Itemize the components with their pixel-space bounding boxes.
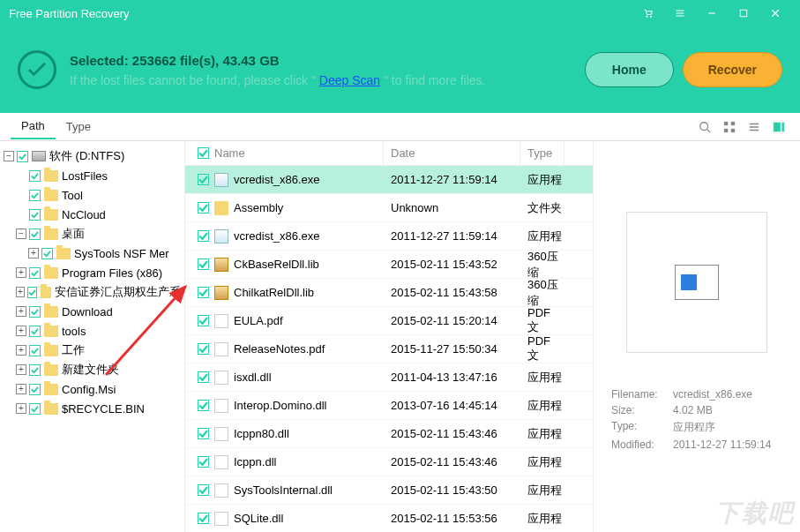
svg-rect-5 [731,121,735,124]
dll-icon [214,455,228,469]
tree-toggle-icon[interactable]: + [16,364,26,375]
table-row[interactable]: ChilkatRelDll.lib2015-02-11 15:43:58360压… [185,279,593,307]
table-row[interactable]: CkBaseRelDll.lib2015-02-11 15:43:52360压缩 [185,251,593,279]
maximize-icon[interactable] [728,0,759,26]
tree-toggle-icon[interactable]: + [16,287,25,297]
dll-icon [214,427,228,441]
row-checkbox[interactable] [198,513,209,524]
file-type: 应用程 [520,483,564,498]
tree-checkbox[interactable] [41,248,53,259]
table-row[interactable]: EULA.pdf2015-02-11 15:20:14PDF 文 [185,307,593,335]
file-list-header: Name Date Type [185,141,593,166]
tree-checkbox[interactable] [17,151,28,162]
table-row[interactable]: isxdl.dll2011-04-13 13:47:16应用程 [185,363,593,392]
row-checkbox[interactable] [198,315,209,326]
table-row[interactable]: SysToolsInternal.dll2015-02-11 15:43:50应… [185,476,593,505]
tree-item[interactable]: +安信证券汇点期权生产系 [4,282,181,302]
tree-checkbox[interactable] [29,229,41,240]
table-row[interactable]: Interop.Domino.dll2013-07-16 14:45:14应用程 [185,392,593,420]
tree-item[interactable]: LostFiles [4,166,181,185]
folder-icon [44,384,58,395]
tree-checkbox[interactable] [29,267,41,279]
file-name: isxdl.dll [234,371,272,384]
table-row[interactable]: ReleaseNotes.pdf2015-11-27 15:50:34PDF 文 [185,335,593,363]
row-checkbox[interactable] [198,259,209,270]
col-type-header[interactable]: Type [527,146,552,160]
tree-checkbox[interactable] [29,190,41,201]
minimize-icon[interactable] [696,0,728,26]
tree-item[interactable]: +$RECYCLE.BIN [4,399,181,418]
detail-view-icon[interactable] [768,116,789,138]
file-type: 应用程 [520,172,564,188]
tree-toggle-icon[interactable]: + [16,267,26,278]
tree-toggle-icon[interactable]: + [16,403,26,414]
tree-checkbox[interactable] [29,306,41,318]
row-checkbox[interactable] [198,230,209,242]
tree-item[interactable]: +SysTools NSF Mer [4,244,181,263]
file-type: PDF 文 [520,306,564,335]
row-checkbox[interactable] [198,484,209,496]
tree-checkbox[interactable] [27,287,37,298]
tab-path[interactable]: Path [11,114,56,139]
row-checkbox[interactable] [198,456,209,468]
recover-button[interactable]: Recover [683,52,782,87]
tree-toggle-icon[interactable]: + [16,326,26,336]
tree-item[interactable]: +工作 [4,341,181,360]
tree-toggle-icon[interactable]: + [28,248,39,259]
row-checkbox[interactable] [198,202,209,214]
table-row[interactable]: vcredist_x86.exe2011-12-27 11:59:14应用程 [185,166,593,194]
table-row[interactable]: SQLite.dll2015-02-11 15:53:56应用程 [185,505,593,532]
tree-item[interactable]: +Download [4,302,181,321]
tree-item[interactable]: +tools [4,321,181,341]
header: Selected: 253662 file(s), 43.43 GB If th… [0,26,800,113]
tree-checkbox[interactable] [29,170,41,182]
tree-toggle-icon[interactable]: + [16,345,26,356]
home-button[interactable]: Home [585,52,674,87]
col-date-header[interactable]: Date [391,146,415,160]
tree-label: Tool [62,189,83,202]
detail-type: 应用程序 [673,420,715,435]
tree-item[interactable]: −软件 (D:NTFS) [4,146,181,166]
search-icon[interactable] [694,116,715,138]
menu-icon[interactable] [664,0,696,26]
grid-view-icon[interactable] [719,116,740,138]
row-checkbox[interactable] [198,343,209,355]
tree-item[interactable]: −桌面 [4,224,181,244]
tree-item[interactable]: Tool [4,185,181,205]
col-name-header[interactable]: Name [214,146,245,160]
tree-toggle-icon[interactable]: − [4,151,14,161]
tree-checkbox[interactable] [29,209,41,221]
tree-checkbox[interactable] [29,384,41,395]
table-row[interactable]: vcredist_x86.exe2011-12-27 11:59:14应用程 [185,222,593,251]
tree-toggle-icon[interactable]: + [16,306,26,317]
row-checkbox[interactable] [198,174,209,185]
file-type: PDF 文 [520,334,564,363]
table-row[interactable]: AssemblyUnknown文件夹 [185,194,593,222]
deep-scan-link[interactable]: Deep Scan [319,73,380,87]
tree-toggle-icon[interactable]: − [16,229,26,239]
row-checkbox[interactable] [198,428,209,439]
details-panel: Filename:vcredist_x86.exe Size:4.02 MB T… [593,141,800,532]
tree-item[interactable]: NcCloud [4,205,181,224]
tree-item[interactable]: +Program Files (x86) [4,263,181,282]
tree-toggle-icon[interactable]: + [16,384,26,394]
file-date: Unknown [384,201,520,214]
dll-icon [214,483,228,498]
close-icon[interactable] [759,0,791,26]
table-row[interactable]: Icppn.dll2015-02-11 15:43:46应用程 [185,448,593,476]
tree-checkbox[interactable] [29,364,41,376]
list-view-icon[interactable] [744,116,765,138]
tree-checkbox[interactable] [29,326,41,337]
select-all-checkbox[interactable] [198,147,209,159]
row-checkbox[interactable] [198,287,209,298]
table-row[interactable]: Icppn80.dll2015-02-11 15:43:46应用程 [185,420,593,448]
row-checkbox[interactable] [198,400,209,411]
folder-icon [41,287,51,298]
tree-checkbox[interactable] [29,345,41,356]
tree-item[interactable]: +Config.Msi [4,379,181,399]
tab-type[interactable]: Type [56,115,101,139]
row-checkbox[interactable] [198,371,209,383]
cart-icon[interactable] [632,0,664,26]
tree-checkbox[interactable] [29,403,41,415]
tree-item[interactable]: +新建文件夹 [4,360,181,379]
